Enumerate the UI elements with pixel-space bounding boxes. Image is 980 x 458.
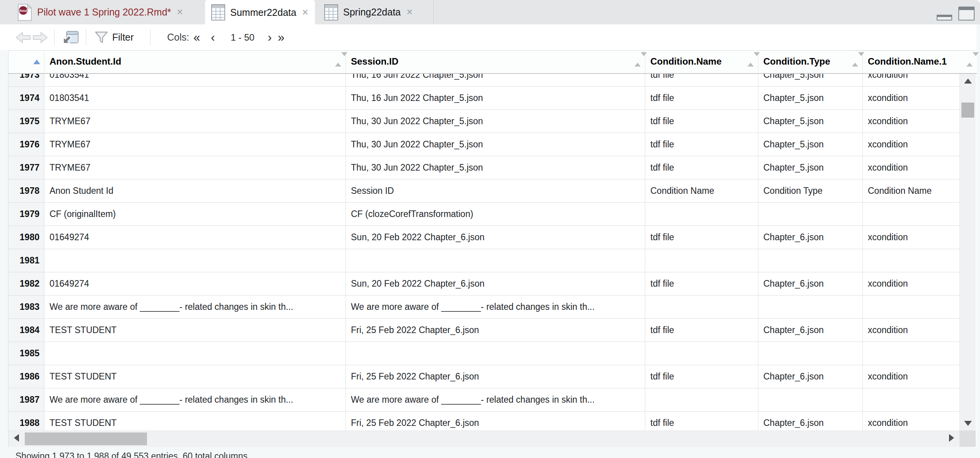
close-icon[interactable]: × [177,7,183,17]
table-row: 1981 [9,249,959,272]
close-icon[interactable]: × [302,7,308,18]
table-row: 197401803541Thu, 16 Jun 2022 Chapter_5.j… [9,87,959,110]
table-row: 1987We are more aware of ________- relat… [9,388,959,412]
table-cell: xcondition [863,226,959,249]
tab-label: Spring22data [343,7,401,18]
tab-summer22data[interactable]: Summer22data × [205,0,315,25]
vertical-scrollbar[interactable] [959,73,976,431]
next-columns-button[interactable]: › [268,24,272,50]
table-row: 1983We are more aware of ________- relat… [9,296,959,319]
first-columns-button[interactable]: « [193,24,200,50]
table-cell: We are more aware of ________- related c… [346,296,645,318]
column-header-condition-name[interactable]: Condition.Name [645,51,758,73]
column-header-anon-student-id[interactable]: Anon.Student.Id [44,51,346,73]
table-cell: Thu, 30 Jun 2022 Chapter_5.json [346,156,645,179]
table-cell: Chapter_5.json [758,87,863,109]
minimize-pane-icon[interactable] [937,15,952,21]
table-row: 1984TEST STUDENTFri, 25 Feb 2022 Chapter… [9,319,959,342]
table-cell: Thu, 16 Jun 2022 Chapter_5.json [346,87,645,109]
scroll-up-arrow-icon[interactable] [964,79,972,84]
table-cell [645,388,758,411]
forward-arrow-icon [32,32,48,43]
scroll-left-arrow-icon[interactable] [14,434,19,442]
table-cell [346,342,645,365]
table-cell: Chapter_6.json [758,319,863,342]
row-number-header[interactable] [9,51,44,73]
table-cell: TRYME67 [44,110,346,133]
tab-pilot-wave-rmd[interactable]: Rmd Pilot wave 1 Spring 2022.Rmd* × [12,0,201,24]
tab-spring22data[interactable]: Spring22data × [315,0,434,24]
table-cell: Chapter_5.json [758,73,863,86]
maximize-pane-icon[interactable] [958,7,975,21]
row-number: 1975 [9,110,44,133]
row-number: 1979 [9,203,44,226]
table-cell [758,296,863,318]
table-row: 1978Anon Student IdSession IDCondition N… [9,179,959,203]
table-cell: CF (clozeCorefTransformation) [346,203,645,226]
table-cell: Fri, 25 Feb 2022 Chapter_6.json [346,319,645,342]
row-number: 1978 [9,179,44,202]
table-cell: xcondition [863,73,959,86]
horizontal-scrollbar[interactable] [9,431,959,447]
vertical-scrollbar-thumb[interactable] [961,103,974,118]
table-cell: Chapter_6.json [758,412,863,431]
table-cell: tdf file [645,272,758,295]
table-cell: Condition Name [863,179,959,202]
column-header-condition-type[interactable]: Condition.Type [758,51,863,73]
table-cell: xcondition [863,156,959,179]
tab-label: Summer22data [230,7,296,18]
table-cell [44,342,346,365]
table-cell: xcondition [863,365,959,388]
table-row: 1986TEST STUDENTFri, 25 Feb 2022 Chapter… [9,365,959,388]
table-cell: xcondition [863,133,959,156]
table-row: 1976TRYME67Thu, 30 Jun 2022 Chapter_5.js… [9,133,959,156]
column-header-condition-name-1[interactable]: Condition.Name.1 [863,51,977,73]
row-number: 1980 [9,226,44,249]
table-cell: We are more aware of ________- related c… [44,296,346,318]
table-cell: xcondition [863,319,959,342]
close-icon[interactable]: × [407,7,413,17]
last-columns-button[interactable]: » [278,24,284,50]
table-cell: TRYME67 [44,156,346,179]
table-cell: Fri, 25 Feb 2022 Chapter_6.json [346,365,645,388]
table-cell: TEST STUDENT [44,319,346,342]
horizontal-scrollbar-thumb[interactable] [25,432,147,445]
table-cell: Condition Type [758,179,863,202]
row-number: 1983 [9,296,44,318]
open-in-new-window-button[interactable] [61,24,79,50]
table-row: 1988TEST STUDENTFri, 25 Feb 2022 Chapter… [9,412,959,431]
table-cell [645,342,758,365]
table-cell [863,388,959,411]
table-cell: tdf file [645,87,758,109]
back-button[interactable] [15,24,31,50]
toolbar-separator [86,29,86,45]
cols-label: Cols: [167,24,189,50]
table-left-border [8,51,9,447]
table-cell: xcondition [863,110,959,133]
table-cell [645,249,758,272]
table-cell: TEST STUDENT [44,412,346,431]
forward-button[interactable] [32,24,48,50]
row-number: 1974 [9,87,44,109]
scroll-right-arrow-icon[interactable] [949,434,954,442]
right-gutter [977,24,980,458]
table-cell: Chapter_6.json [758,272,863,295]
row-number: 1977 [9,156,44,179]
filter-button[interactable]: Filter [94,24,134,50]
row-number: 1982 [9,272,44,295]
sort-toggle-icon [747,56,754,63]
prev-columns-button[interactable]: ‹ [211,24,215,50]
table-rows: 197301803541Thu, 16 Jun 2022 Chapter_5.j… [9,73,959,431]
row-number: 1981 [9,249,44,272]
sort-ascending-icon [33,60,40,64]
table-cell: xcondition [863,412,959,431]
scroll-down-arrow-icon[interactable] [964,421,972,426]
table-cell [758,342,863,365]
table-cell: 01649274 [44,226,346,249]
table-cell: We are more aware of ________- related c… [346,388,645,411]
table-row: 1985 [9,342,959,365]
column-header-session-id[interactable]: Session.ID [346,51,645,73]
row-number: 1973 [9,73,44,86]
table-cell: Session ID [346,179,645,202]
table-cell: xcondition [863,87,959,109]
